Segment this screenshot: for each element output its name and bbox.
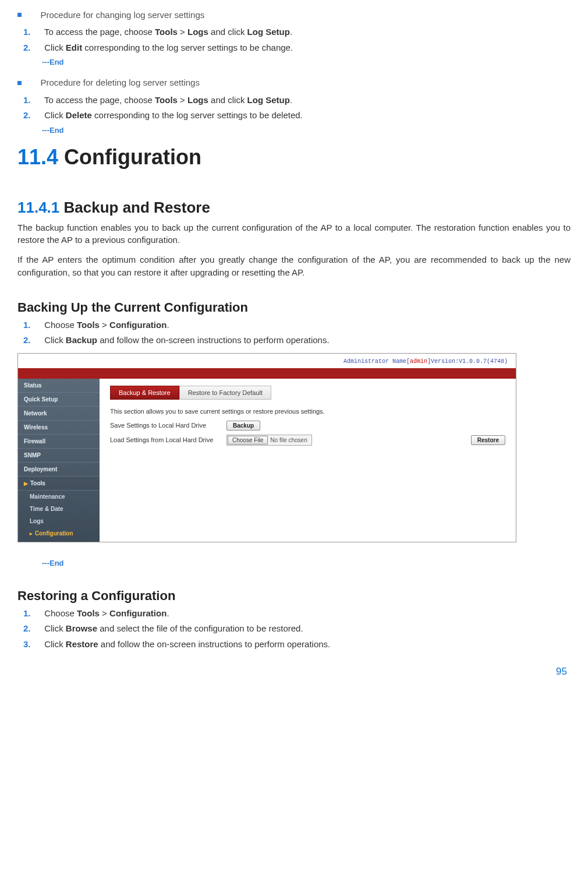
section-title: Configuration [58, 145, 201, 169]
paragraph: The backup function enables you to back … [17, 221, 571, 247]
sidebar-sub-maintenance[interactable]: Maintenance [18, 491, 100, 503]
file-input[interactable]: Choose FileNo file chosen [226, 435, 312, 446]
restore-heading: Restoring a Configuration [0, 588, 571, 604]
triangle-icon: ▸ [30, 531, 33, 537]
step-number: 2. [23, 41, 36, 55]
sidebar-sub-configuration[interactable]: ▸Configuration [18, 527, 100, 539]
step-text: Choose Tools > Configuration. [44, 608, 169, 618]
restore-steps: 1. Choose Tools > Configuration. 2. Clic… [23, 607, 571, 651]
version-label: ]Version:V1.0.0.7(4748) [427, 358, 508, 365]
procedure-deleting-heading: Procedure for deleting log server settin… [17, 77, 571, 87]
step-item: 1. To access the page, choose Tools > Lo… [23, 26, 571, 39]
step-text: Choose Tools > Configuration. [44, 320, 169, 330]
section-number: 11.4 [17, 145, 58, 169]
step-text: To access the page, choose Tools > Logs … [44, 27, 292, 37]
load-settings-row: Load Settings from Local Hard Drive Choo… [110, 435, 505, 446]
sidebar-sub-logs[interactable]: Logs [18, 515, 100, 527]
admin-label: Administrator Name[ [343, 358, 410, 365]
step-number: 1. [23, 607, 36, 620]
sidebar-item-quick-setup[interactable]: Quick Setup [18, 393, 100, 407]
sidebar-item-label: Tools [30, 480, 45, 486]
step-text: Click Backup and follow the on-screen in… [44, 335, 329, 345]
step-number: 1. [23, 319, 36, 332]
step-item: 2. Click Browse and select the file of t… [23, 622, 571, 636]
sidebar-item-wireless[interactable]: Wireless [18, 421, 100, 435]
restore-button[interactable]: Restore [471, 435, 505, 445]
step-number: 2. [23, 622, 36, 636]
step-text: Click Restore and follow the on-screen i… [44, 639, 330, 649]
tab-backup-restore[interactable]: Backup & Restore [110, 386, 179, 400]
step-number: 2. [23, 334, 36, 347]
sidebar-item-network[interactable]: Network [18, 407, 100, 421]
page-number: 95 [17, 666, 571, 678]
screenshot-main: Backup & Restore Restore to Factory Defa… [100, 379, 516, 542]
procedure-deleting-title: Procedure for deleting log server settin… [40, 78, 199, 88]
screenshot-description: This section allows you to save current … [110, 408, 505, 415]
configuration-screenshot: Administrator Name[admin]Version:V1.0.0.… [17, 353, 516, 542]
step-text: Click Delete corresponding to the log se… [44, 110, 303, 120]
sidebar-item-snmp[interactable]: SNMP [18, 449, 100, 463]
screenshot-header: Administrator Name[admin]Version:V1.0.0.… [18, 354, 516, 368]
procedure-changing-title: Procedure for changing log server settin… [40, 10, 204, 20]
step-text: To access the page, choose Tools > Logs … [44, 95, 292, 105]
step-number: 3. [23, 638, 36, 651]
sidebar-item-tools[interactable]: ▶Tools [18, 477, 100, 491]
backup-button[interactable]: Backup [226, 421, 260, 431]
step-item: 1. To access the page, choose Tools > Lo… [23, 94, 571, 107]
backup-steps: 1. Choose Tools > Configuration. 2. Clic… [23, 319, 571, 347]
section-heading: 11.4 Configuration [17, 145, 571, 170]
step-number: 2. [23, 109, 36, 122]
step-item: 2. Click Backup and follow the on-screen… [23, 334, 571, 347]
subsection-title: Backup and Restore [59, 199, 210, 216]
paragraph: If the AP enters the optimum condition a… [17, 253, 571, 279]
step-item: 1. Choose Tools > Configuration. [23, 319, 571, 332]
sidebar-item-status[interactable]: Status [18, 379, 100, 393]
step-item: 2. Click Edit corresponding to the log s… [23, 41, 571, 55]
save-settings-label: Save Settings to Local Hard Drive [110, 422, 221, 429]
end-marker: ---End [42, 126, 571, 135]
choose-file-button[interactable]: Choose File [228, 436, 268, 445]
sidebar-item-deployment[interactable]: Deployment [18, 463, 100, 477]
subsection-number: 11.4.1 [17, 199, 59, 216]
sidebar-sub-time-date[interactable]: Time & Date [18, 503, 100, 515]
procedure-changing-heading: Procedure for changing log server settin… [17, 9, 571, 20]
save-settings-row: Save Settings to Local Hard Drive Backup [110, 421, 505, 431]
triangle-icon: ▶ [24, 481, 28, 486]
step-item: 2. Click Delete corresponding to the log… [23, 109, 571, 122]
end-marker: ---End [42, 58, 571, 66]
procedure-deleting-steps: 1. To access the page, choose Tools > Lo… [23, 94, 571, 122]
step-item: 1. Choose Tools > Configuration. [23, 607, 571, 620]
tab-factory-default[interactable]: Restore to Factory Default [179, 386, 271, 400]
procedure-changing-steps: 1. To access the page, choose Tools > Lo… [23, 26, 571, 54]
backup-heading: Backing Up the Current Configuration [0, 300, 571, 315]
step-text: Click Edit corresponding to the log serv… [44, 43, 293, 52]
screenshot-sidebar: Status Quick Setup Network Wireless Fire… [18, 379, 100, 542]
subsection-heading: 11.4.1 Backup and Restore [17, 199, 571, 217]
step-text: Click Browse and select the file of the … [44, 623, 303, 633]
bullet-icon [17, 13, 22, 17]
screenshot-redbar [18, 368, 516, 379]
load-settings-label: Load Settings from Local Hard Drive [110, 436, 221, 443]
step-number: 1. [23, 94, 36, 107]
end-marker: ---End [42, 559, 571, 567]
sidebar-item-label: Configuration [35, 530, 73, 537]
tab-bar: Backup & Restore Restore to Factory Defa… [110, 386, 505, 400]
screenshot-body: Status Quick Setup Network Wireless Fire… [18, 379, 516, 542]
bullet-icon [17, 81, 22, 85]
step-number: 1. [23, 26, 36, 39]
sidebar-item-firewall[interactable]: Firewall [18, 435, 100, 449]
admin-name: admin [410, 358, 427, 365]
step-item: 3. Click Restore and follow the on-scree… [23, 638, 571, 651]
no-file-text: No file chosen [270, 437, 310, 443]
